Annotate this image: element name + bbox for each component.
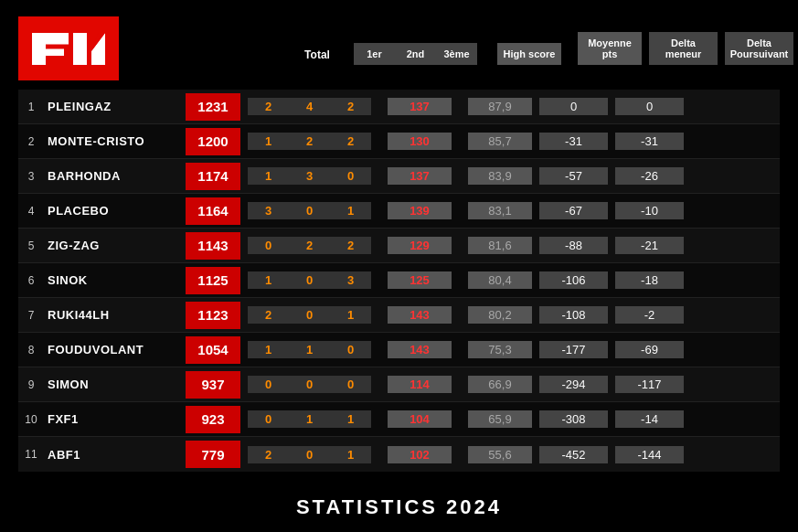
table-row: 5 ZIG-ZAG 1143 0 2 2 129 81,6 -88 -21 [18,229,780,263]
moyenne-cell: 65,9 [468,410,532,428]
rank-cell: 5 [18,239,44,252]
delta-poursuivant-cell: -31 [615,133,684,150]
podium-group: 0 1 1 [248,410,371,428]
p2-cell: 0 [289,376,330,393]
moyenne-cell: 85,7 [468,133,532,150]
highscore-cell: 143 [388,341,452,358]
p3-cell: 0 [330,167,371,185]
p1-cell: 1 [248,167,289,185]
name-cell: SINOK [44,273,186,287]
total-score-cell: 1123 [186,302,240,329]
f1-logo [18,16,119,80]
p2-cell: 4 [289,98,330,115]
p3-cell: 2 [330,98,371,115]
delta-poursuivant-cell: -2 [615,306,684,324]
highscore-cell: 125 [388,271,452,289]
footer-title: STATISTICS 2024 [9,486,789,523]
p2-cell: 0 [289,271,330,289]
col-3eme-header: 3ème [436,43,477,65]
delta-poursuivant-cell: -26 [615,167,684,185]
rank-cell: 7 [18,309,44,322]
delta-meneur-cell: 0 [539,98,608,115]
name-cell: PLEINGAZ [44,100,186,113]
col-2nd-header: 2nd [395,43,436,65]
name-cell: ABF1 [44,448,186,462]
podium-group: 1 3 0 [248,167,371,185]
moyenne-cell: 81,6 [468,237,532,254]
table-row: 11 ABF1 779 2 0 1 102 55,6 -452 -144 [18,437,780,472]
p3-cell: 0 [330,376,371,393]
podium-group: 2 0 1 [248,446,371,463]
moyenne-cell: 83,9 [468,167,532,185]
total-score-cell: 1231 [186,93,240,121]
moyenne-cell: 83,1 [468,202,532,219]
rank-cell: 6 [18,274,44,287]
highscore-cell: 137 [388,167,452,185]
svg-marker-2 [73,33,87,65]
p1-cell: 2 [248,306,289,324]
highscore-cell: 114 [388,376,452,393]
delta-meneur-header: Delta meneur [649,32,718,65]
rank-cell: 3 [18,170,44,183]
moyenne-cell: 75,3 [468,341,532,358]
rank-cell: 9 [18,378,44,391]
p1-cell: 0 [248,410,289,428]
p3-cell: 3 [330,271,371,289]
highscore-cell: 102 [388,446,452,463]
p1-cell: 1 [248,341,289,358]
delta-poursuivant-cell: -69 [615,341,684,358]
delta-meneur-cell: -67 [539,202,608,219]
highscore-header: High score [497,43,561,65]
table-row: 10 FXF1 923 0 1 1 104 65,9 -308 -14 [18,402,780,437]
total-score-cell: 923 [186,406,240,433]
highscore-cell: 130 [388,133,452,150]
p2-cell: 2 [289,237,330,254]
table-row: 3 BARHONDA 1174 1 3 0 137 83,9 -57 -26 [18,159,780,194]
p3-cell: 1 [330,446,371,463]
delta-poursuivant-cell: 0 [615,98,684,115]
p2-cell: 1 [289,410,330,428]
p3-cell: 1 [330,306,371,324]
moyenne-cell: 55,6 [468,446,532,463]
table-row: 1 PLEINGAZ 1231 2 4 2 137 87,9 0 0 [18,90,780,124]
total-score-cell: 1200 [186,128,240,155]
p1-cell: 2 [248,98,289,115]
rank-cell: 8 [18,344,44,356]
name-cell: FOUDUVOLANT [44,343,186,356]
name-cell: MONTE-CRISTO [44,134,186,148]
total-score-cell: 937 [186,371,240,399]
podium-group: 2 4 2 [248,98,371,115]
p2-cell: 0 [289,446,330,463]
p1-cell: 1 [248,271,289,289]
delta-poursuivant-cell: -18 [615,271,684,289]
name-cell: RUKI44LH [44,308,186,322]
table-row: 8 FOUDUVOLANT 1054 1 1 0 143 75,3 -177 -… [18,333,780,367]
standings-table: 1 PLEINGAZ 1231 2 4 2 137 87,9 0 0 2 MON… [9,90,789,486]
rank-cell: 4 [18,205,44,218]
delta-poursuivant-cell: -144 [615,446,684,463]
table-row: 9 SIMON 937 0 0 0 114 66,9 -294 -117 [18,367,780,402]
p1-cell: 0 [248,376,289,393]
name-cell: ZIG-ZAG [44,239,186,252]
p3-cell: 2 [330,133,371,150]
p1-cell: 3 [248,202,289,219]
name-cell: SIMON [44,378,186,391]
delta-meneur-cell: -108 [539,306,608,324]
podium-group: 2 0 1 [248,306,371,324]
p2-cell: 3 [289,167,330,185]
main-container: Total 1er 2nd 3ème High score Moyenne pt… [0,0,798,532]
delta-meneur-cell: -177 [539,341,608,358]
p3-cell: 1 [330,410,371,428]
p2-cell: 1 [289,341,330,358]
total-score-cell: 1164 [186,197,240,225]
podium-group: 1 1 0 [248,341,371,358]
name-cell: FXF1 [44,412,186,426]
p3-cell: 0 [330,341,371,358]
delta-meneur-cell: -294 [539,376,608,393]
table-row: 2 MONTE-CRISTO 1200 1 2 2 130 85,7 -31 -… [18,124,780,159]
p1-cell: 0 [248,237,289,254]
moyenne-cell: 80,4 [468,271,532,289]
table-row: 7 RUKI44LH 1123 2 0 1 143 80,2 -108 -2 [18,298,780,333]
total-score-cell: 1174 [186,163,240,190]
name-cell: BARHONDA [44,169,186,183]
